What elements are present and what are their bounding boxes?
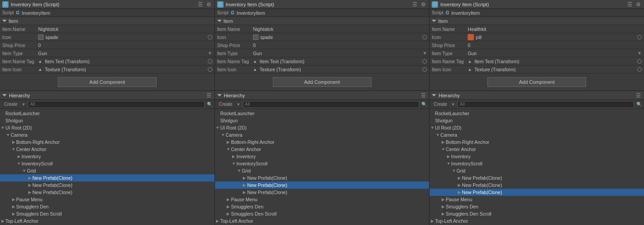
tree-item[interactable]: ▶New Prefab(Clone)	[429, 182, 644, 189]
tree-toggle[interactable]: ▶	[231, 154, 237, 159]
tree-item[interactable]: ▶New Prefab(Clone)	[429, 174, 644, 182]
tree-item[interactable]: ▼UI Root (2D)	[215, 124, 429, 131]
tree-item[interactable]: ▼Grid	[215, 167, 429, 174]
add-component-btn-3[interactable]: Add Component	[487, 77, 586, 87]
tree-toggle[interactable]: ▶	[242, 176, 247, 180]
tree-item[interactable]: ▶Bottom-Right Anchor	[215, 138, 429, 146]
tree-toggle[interactable]: ▶	[0, 219, 5, 223]
tree-toggle[interactable]: ▶	[215, 219, 220, 223]
tree-toggle[interactable]: ▶	[456, 183, 462, 187]
section-header-item-3[interactable]: Item	[429, 17, 644, 25]
tree-item[interactable]: ▶Pause Menu	[0, 196, 215, 203]
hierarchy-expand-btn-2[interactable]: ☰	[420, 92, 427, 99]
tree-toggle[interactable]: ▶	[429, 219, 435, 223]
tree-toggle[interactable]: ▼	[231, 161, 237, 166]
hierarchy-expand-btn-1[interactable]: ☰	[206, 92, 212, 99]
tree-item[interactable]: ▼Camera	[429, 131, 644, 138]
hierarchy-search-2[interactable]	[243, 101, 420, 108]
tree-toggle[interactable]: ▼	[22, 169, 27, 173]
tree-item[interactable]: ▼Center Anchor	[429, 146, 644, 153]
tree-item[interactable]: ▶Smugglers Den	[429, 203, 644, 210]
item-type-dropdown-3[interactable]: ▼	[637, 51, 642, 56]
add-component-btn-1[interactable]: Add Component	[58, 77, 157, 87]
tree-item[interactable]: RocketLauncher	[215, 110, 429, 117]
tree-toggle[interactable]: ▶	[226, 204, 231, 209]
hierarchy-search-3[interactable]	[457, 101, 634, 108]
tree-item[interactable]: ▶Top-Left Anchor	[0, 217, 215, 225]
tree-toggle[interactable]: ▶	[11, 197, 16, 202]
tree-item[interactable]: ▶Inventory	[429, 153, 644, 160]
tree-toggle[interactable]: ▼	[0, 125, 5, 130]
tree-toggle[interactable]: ▶	[27, 176, 32, 180]
itemicon-circle-3[interactable]	[637, 67, 642, 72]
tree-item[interactable]: ▶Pause Menu	[215, 196, 429, 203]
tree-item[interactable]: ▶Smugglers Den	[215, 203, 429, 210]
itemicon-circle-1[interactable]	[208, 67, 212, 72]
tree-toggle[interactable]: ▶	[226, 212, 231, 216]
tree-item[interactable]: ▼Grid	[429, 167, 644, 174]
tree-item[interactable]: ▶Bottom-Right Anchor	[0, 138, 215, 146]
tree-toggle[interactable]: ▶	[242, 190, 247, 195]
tree-toggle[interactable]: ▶	[11, 140, 16, 144]
tree-item[interactable]: ▶New Prefab(Clone)	[215, 189, 429, 196]
tree-toggle[interactable]: ▼	[226, 147, 231, 151]
tree-item[interactable]: ▼UI Root (2D)	[429, 124, 644, 131]
tree-toggle[interactable]: ▶	[456, 190, 462, 195]
hierarchy-expand-btn-3[interactable]: ☰	[635, 92, 642, 99]
tree-item[interactable]: Shotgun	[429, 117, 644, 124]
itemicon-circle-2[interactable]	[422, 67, 427, 72]
tree-toggle[interactable]: ▼	[220, 133, 226, 137]
inspector-expand-btn-2[interactable]: ☰	[412, 1, 418, 8]
tree-toggle[interactable]: ▶	[11, 204, 16, 209]
tree-toggle[interactable]: ▶	[11, 212, 16, 216]
create-dropdown-2[interactable]: ▼	[237, 102, 241, 107]
tree-item[interactable]: ▶Top-Left Anchor	[429, 217, 644, 225]
tree-toggle[interactable]: ▼	[451, 169, 456, 173]
tree-item[interactable]: ▼UI Root (2D)	[0, 124, 215, 131]
tree-item[interactable]: ▼Center Anchor	[0, 146, 215, 153]
inspector-settings-btn-3[interactable]: ⚙	[635, 1, 642, 8]
tree-toggle[interactable]: ▶	[440, 204, 446, 209]
section-header-item-1[interactable]: Item	[0, 17, 215, 25]
tree-item[interactable]: ▶New Prefab(Clone)	[0, 182, 215, 189]
tree-toggle[interactable]: ▼	[446, 161, 451, 166]
tree-toggle[interactable]: ▶	[226, 140, 231, 144]
tree-toggle[interactable]: ▶	[16, 154, 22, 159]
section-header-item-2[interactable]: Item	[215, 17, 429, 25]
tree-item[interactable]: ▶Smugglers Den	[0, 203, 215, 210]
tree-item[interactable]: ▶Inventory	[0, 153, 215, 160]
inspector-settings-btn-1[interactable]: ⚙	[206, 1, 212, 8]
create-btn-1[interactable]: Create	[2, 101, 19, 107]
tree-item[interactable]: ▼Camera	[0, 131, 215, 138]
tree-item[interactable]: ▼InventoryScroll	[215, 160, 429, 167]
tree-item[interactable]: ▼Center Anchor	[215, 146, 429, 153]
hierarchy-search-1[interactable]	[28, 101, 205, 108]
icon-circle-3[interactable]	[637, 35, 642, 39]
tree-toggle[interactable]: ▶	[440, 197, 446, 202]
tree-toggle[interactable]: ▼	[435, 133, 440, 137]
tree-toggle[interactable]: ▼	[16, 161, 22, 166]
create-btn-3[interactable]: Create	[432, 101, 449, 107]
tree-item[interactable]: ▶Smugglers Den Scroll	[0, 210, 215, 217]
tree-item[interactable]: Shotgun	[0, 117, 215, 124]
tree-item[interactable]: ▼Camera	[215, 131, 429, 138]
tree-item[interactable]: ▶New Prefab(Clone)	[215, 174, 429, 182]
create-btn-2[interactable]: Create	[217, 101, 234, 107]
tree-toggle[interactable]: ▶	[27, 190, 32, 195]
tree-item[interactable]: RocketLauncher	[429, 110, 644, 117]
tree-toggle[interactable]: ▶	[446, 154, 451, 159]
tree-item[interactable]: ▶New Prefab(Clone)	[0, 189, 215, 196]
tree-item[interactable]: ▶Smugglers Den Scroll	[215, 210, 429, 217]
tree-item[interactable]: ▶Smugglers Den Scroll	[429, 210, 644, 217]
tree-toggle[interactable]: ▶	[456, 176, 462, 180]
tree-item[interactable]: ▶New Prefab(Clone)	[215, 182, 429, 189]
inspector-expand-btn-3[interactable]: ☰	[626, 1, 633, 8]
item-type-dropdown-1[interactable]: ▼	[208, 51, 212, 56]
tree-toggle[interactable]: ▶	[242, 183, 247, 187]
tree-toggle[interactable]: ▶	[226, 197, 231, 202]
tree-toggle[interactable]: ▼	[5, 133, 11, 137]
tree-item[interactable]: ▶New Prefab(Clone)	[429, 189, 644, 196]
inspector-expand-btn-1[interactable]: ☰	[197, 1, 204, 8]
tree-toggle[interactable]: ▶	[27, 183, 32, 187]
tree-item[interactable]: ▼InventoryScroll	[429, 160, 644, 167]
